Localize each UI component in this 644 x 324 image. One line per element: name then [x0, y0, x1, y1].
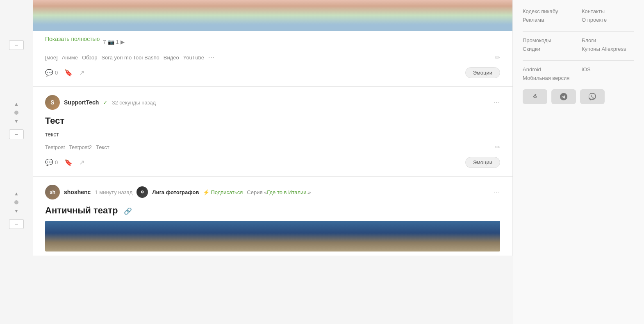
series-name-link[interactable]: Где то в Италии.	[267, 189, 308, 195]
telegram-button[interactable]	[551, 89, 576, 104]
verified-icon-2: ✓	[103, 99, 108, 106]
comments-button-2[interactable]: 💬 0	[45, 159, 58, 166]
save-button-1[interactable]: 🔖	[64, 69, 73, 77]
sidebar-divider-2	[523, 60, 634, 61]
sidebar-link-kodeks[interactable]: Кодекс пикабу	[523, 8, 575, 14]
vote-minus-button-2[interactable]: −	[9, 129, 24, 139]
subscribe-button[interactable]: ⚡ Подписаться	[203, 189, 243, 195]
save-icon: 🔖	[64, 69, 73, 77]
vote-neutral-3	[14, 200, 18, 204]
comment-icon-2: 💬	[45, 159, 53, 166]
viber-button[interactable]	[580, 89, 605, 104]
sidebar-links: Кодекс пикабу Контакты Реклама О проекте	[523, 8, 634, 23]
username-3[interactable]: shoshenc	[64, 189, 91, 195]
comments-count-2: 0	[55, 159, 58, 165]
vote-minus-button-1[interactable]: −	[9, 40, 24, 50]
vote-down-3[interactable]: ▼	[11, 206, 21, 216]
subscribe-icon: ⚡	[203, 189, 209, 195]
sidebar-links-3: Android iOS Мобильная версия	[523, 66, 634, 81]
avatar-3: sh	[45, 185, 60, 199]
emotion-button-1[interactable]: Эмоции	[465, 67, 500, 78]
tag-review[interactable]: Обзор	[82, 54, 98, 61]
vote-minus-button-3[interactable]: −	[9, 219, 24, 229]
vote-up-2[interactable]: ▲	[11, 99, 21, 109]
post-header-3: sh shoshenc 1 минуту назад ⚙ Лига фотогр…	[33, 177, 512, 199]
vote-up-3[interactable]: ▲	[11, 189, 21, 199]
social-buttons	[523, 89, 634, 104]
tag-edit-icon-2[interactable]: ✏	[495, 143, 500, 151]
emotion-button-2[interactable]: Эмоции	[465, 157, 500, 168]
post-image-1	[33, 0, 512, 31]
sidebar-link-android[interactable]: Android	[523, 66, 575, 73]
tag-testpost[interactable]: Testpost	[45, 144, 65, 150]
share-icon: ↗	[79, 69, 84, 77]
photo-count: 7	[103, 39, 106, 45]
tag-mine[interactable]: [моё]	[45, 54, 58, 61]
share-button-2[interactable]: ↗	[79, 159, 84, 166]
camera-icon: 📷	[108, 39, 114, 45]
timestamp-2: 32 секунды назад	[112, 100, 156, 106]
tag-edit-icon[interactable]: ✏	[495, 54, 500, 61]
share-icon-2: ↗	[79, 159, 84, 166]
tag-testpost2[interactable]: Testpost2	[69, 144, 92, 150]
timestamp-3: 1 минуту назад	[95, 189, 132, 195]
sidebar-link-blogs[interactable]: Блоги	[582, 37, 634, 43]
post-title-2: Тест	[33, 116, 512, 126]
sidebar-link-about[interactable]: О проекте	[582, 17, 634, 23]
vk-button[interactable]	[523, 89, 547, 104]
comments-count-1: 0	[55, 70, 58, 76]
link-icon: 🔗	[124, 208, 132, 215]
tag-anime[interactable]: Аниме	[62, 54, 78, 61]
sidebar-link-discounts[interactable]: Скидки	[523, 46, 575, 52]
post-header-2: S SupportTech ✓ 32 секунды назад ···	[33, 87, 512, 110]
community-link[interactable]: Лига фотографов	[152, 189, 199, 195]
sidebar-link-ios[interactable]: iOS	[582, 66, 634, 73]
comment-icon: 💬	[45, 69, 53, 77]
avatar-2: S	[45, 95, 60, 110]
vote-sidebar-2: ▲ ▼ −	[0, 87, 33, 176]
post-actions-2: 💬 0 🔖 ↗ Эмоции	[33, 157, 512, 168]
sidebar-link-contacts[interactable]: Контакты	[582, 8, 634, 14]
post-more-dots-3[interactable]: ···	[494, 188, 500, 196]
vote-neutral-2	[14, 111, 18, 115]
vote-sidebar-1: −	[0, 0, 33, 86]
right-sidebar: Кодекс пикабу Контакты Реклама О проекте…	[513, 0, 644, 324]
post-title-3: Античный театр 🔗	[33, 205, 512, 216]
sidebar-link-promo[interactable]: Промокоды	[523, 37, 575, 43]
tag-video[interactable]: Видео	[164, 54, 179, 61]
tag-text[interactable]: Текст	[96, 144, 109, 150]
avatar-league: ⚙	[137, 186, 148, 198]
tag-sora[interactable]: Sora yori mo Tooi Basho	[101, 54, 159, 61]
post-text-2: текст	[33, 131, 512, 138]
post-image-3	[45, 221, 500, 251]
post-tags-2: Testpost Testpost2 Текст ✏	[33, 143, 512, 151]
username-2[interactable]: SupportTech	[64, 99, 99, 106]
comments-button-1[interactable]: 💬 0	[45, 69, 58, 77]
tag-youtube[interactable]: YouTube	[183, 54, 204, 61]
sidebar-link-reklama[interactable]: Реклама	[523, 17, 575, 23]
show-full-link[interactable]: Показать полностью	[45, 36, 100, 42]
sidebar-links-2: Промокоды Блоги Скидки Купоны Aliexpress	[523, 37, 634, 52]
sidebar-link-mobile[interactable]: Мобильная версия	[523, 75, 575, 81]
sidebar-link-coupons[interactable]: Купоны Aliexpress	[582, 46, 634, 52]
play-icon: ▶	[121, 39, 125, 45]
share-button-1[interactable]: ↗	[79, 69, 84, 77]
vote-sidebar-3: ▲ ▼ −	[0, 177, 33, 256]
save-button-2[interactable]: 🔖	[64, 159, 73, 166]
series-link[interactable]: Серия «Где то в Италии.»	[247, 189, 311, 195]
post-more-dots-2[interactable]: ···	[494, 99, 500, 106]
post-actions-1: 💬 0 🔖 ↗ Эмоции	[45, 67, 500, 78]
vote-down-2[interactable]: ▼	[11, 116, 21, 126]
video-count: 1	[116, 39, 119, 45]
sidebar-divider-1	[523, 31, 634, 32]
tags-more-dots[interactable]: ···	[208, 54, 215, 61]
save-icon-2: 🔖	[64, 159, 73, 166]
post-tags-1: [моё] Аниме Обзор Sora yori mo Tooi Bash…	[45, 54, 500, 61]
